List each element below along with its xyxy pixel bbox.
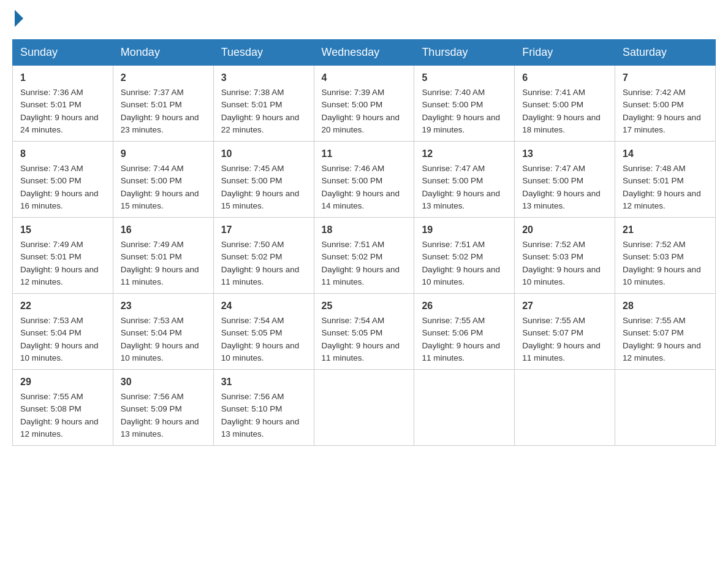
- day-number: 29: [20, 375, 105, 389]
- day-number: 24: [221, 299, 306, 313]
- calendar-header-row: SundayMondayTuesdayWednesdayThursdayFrid…: [13, 40, 716, 66]
- day-number: 31: [221, 375, 306, 389]
- column-header-tuesday: Tuesday: [213, 40, 314, 66]
- calendar-cell: 5Sunrise: 7:40 AMSunset: 5:00 PMDaylight…: [414, 66, 515, 142]
- day-number: 12: [422, 147, 507, 161]
- column-header-sunday: Sunday: [13, 40, 113, 66]
- day-number: 18: [322, 223, 407, 237]
- calendar-week-row: 8Sunrise: 7:43 AMSunset: 5:00 PMDaylight…: [13, 142, 716, 218]
- calendar-table: SundayMondayTuesdayWednesdayThursdayFrid…: [12, 39, 716, 446]
- day-number: 19: [422, 223, 507, 237]
- calendar-cell: 11Sunrise: 7:46 AMSunset: 5:00 PMDayligh…: [314, 142, 414, 218]
- calendar-cell: [615, 370, 716, 446]
- day-number: 16: [121, 223, 206, 237]
- page-header: [12, 12, 716, 27]
- day-number: 1: [20, 71, 105, 85]
- logo-arrow-icon: [15, 10, 23, 27]
- day-number: 21: [623, 223, 708, 237]
- day-number: 25: [322, 299, 407, 313]
- column-header-monday: Monday: [113, 40, 213, 66]
- calendar-cell: 18Sunrise: 7:51 AMSunset: 5:02 PMDayligh…: [314, 218, 414, 294]
- column-header-saturday: Saturday: [615, 40, 716, 66]
- calendar-cell: 1Sunrise: 7:36 AMSunset: 5:01 PMDaylight…: [13, 66, 113, 142]
- calendar-cell: [515, 370, 615, 446]
- day-number: 15: [20, 223, 105, 237]
- column-header-friday: Friday: [515, 40, 615, 66]
- day-number: 28: [623, 299, 708, 313]
- day-number: 6: [522, 71, 607, 85]
- calendar-week-row: 29Sunrise: 7:55 AMSunset: 5:08 PMDayligh…: [13, 370, 716, 446]
- day-number: 30: [121, 375, 206, 389]
- calendar-cell: 2Sunrise: 7:37 AMSunset: 5:01 PMDaylight…: [113, 66, 213, 142]
- calendar-cell: [314, 370, 414, 446]
- column-header-wednesday: Wednesday: [314, 40, 414, 66]
- day-number: 27: [522, 299, 607, 313]
- calendar-cell: 31Sunrise: 7:56 AMSunset: 5:10 PMDayligh…: [213, 370, 314, 446]
- calendar-cell: 7Sunrise: 7:42 AMSunset: 5:00 PMDaylight…: [615, 66, 716, 142]
- day-number: 13: [522, 147, 607, 161]
- column-header-thursday: Thursday: [414, 40, 515, 66]
- calendar-cell: 13Sunrise: 7:47 AMSunset: 5:00 PMDayligh…: [515, 142, 615, 218]
- calendar-cell: 14Sunrise: 7:48 AMSunset: 5:01 PMDayligh…: [615, 142, 716, 218]
- day-number: 2: [121, 71, 206, 85]
- calendar-cell: 6Sunrise: 7:41 AMSunset: 5:00 PMDaylight…: [515, 66, 615, 142]
- calendar-week-row: 22Sunrise: 7:53 AMSunset: 5:04 PMDayligh…: [13, 294, 716, 370]
- calendar-cell: 20Sunrise: 7:52 AMSunset: 5:03 PMDayligh…: [515, 218, 615, 294]
- calendar-cell: 10Sunrise: 7:45 AMSunset: 5:00 PMDayligh…: [213, 142, 314, 218]
- calendar-cell: 9Sunrise: 7:44 AMSunset: 5:00 PMDaylight…: [113, 142, 213, 218]
- day-number: 20: [522, 223, 607, 237]
- calendar-cell: [414, 370, 515, 446]
- calendar-cell: 26Sunrise: 7:55 AMSunset: 5:06 PMDayligh…: [414, 294, 515, 370]
- day-number: 5: [422, 71, 507, 85]
- calendar-cell: 30Sunrise: 7:56 AMSunset: 5:09 PMDayligh…: [113, 370, 213, 446]
- day-number: 10: [221, 147, 306, 161]
- calendar-cell: 16Sunrise: 7:49 AMSunset: 5:01 PMDayligh…: [113, 218, 213, 294]
- day-number: 11: [322, 147, 407, 161]
- day-number: 3: [221, 71, 306, 85]
- calendar-cell: 24Sunrise: 7:54 AMSunset: 5:05 PMDayligh…: [213, 294, 314, 370]
- calendar-cell: 27Sunrise: 7:55 AMSunset: 5:07 PMDayligh…: [515, 294, 615, 370]
- calendar-cell: 19Sunrise: 7:51 AMSunset: 5:02 PMDayligh…: [414, 218, 515, 294]
- calendar-week-row: 15Sunrise: 7:49 AMSunset: 5:01 PMDayligh…: [13, 218, 716, 294]
- calendar-cell: 21Sunrise: 7:52 AMSunset: 5:03 PMDayligh…: [615, 218, 716, 294]
- calendar-cell: 12Sunrise: 7:47 AMSunset: 5:00 PMDayligh…: [414, 142, 515, 218]
- calendar-cell: 4Sunrise: 7:39 AMSunset: 5:00 PMDaylight…: [314, 66, 414, 142]
- calendar-cell: 3Sunrise: 7:38 AMSunset: 5:01 PMDaylight…: [213, 66, 314, 142]
- calendar-cell: 22Sunrise: 7:53 AMSunset: 5:04 PMDayligh…: [13, 294, 113, 370]
- day-number: 8: [20, 147, 105, 161]
- calendar-cell: 23Sunrise: 7:53 AMSunset: 5:04 PMDayligh…: [113, 294, 213, 370]
- day-number: 26: [422, 299, 507, 313]
- calendar-cell: 29Sunrise: 7:55 AMSunset: 5:08 PMDayligh…: [13, 370, 113, 446]
- calendar-cell: 17Sunrise: 7:50 AMSunset: 5:02 PMDayligh…: [213, 218, 314, 294]
- calendar-week-row: 1Sunrise: 7:36 AMSunset: 5:01 PMDaylight…: [13, 66, 716, 142]
- day-number: 14: [623, 147, 708, 161]
- day-number: 23: [121, 299, 206, 313]
- day-number: 17: [221, 223, 306, 237]
- calendar-cell: 8Sunrise: 7:43 AMSunset: 5:00 PMDaylight…: [13, 142, 113, 218]
- day-number: 7: [623, 71, 708, 85]
- calendar-cell: 25Sunrise: 7:54 AMSunset: 5:05 PMDayligh…: [314, 294, 414, 370]
- day-number: 22: [20, 299, 105, 313]
- calendar-cell: 15Sunrise: 7:49 AMSunset: 5:01 PMDayligh…: [13, 218, 113, 294]
- logo: [12, 12, 23, 27]
- day-number: 9: [121, 147, 206, 161]
- calendar-cell: 28Sunrise: 7:55 AMSunset: 5:07 PMDayligh…: [615, 294, 716, 370]
- day-number: 4: [322, 71, 407, 85]
